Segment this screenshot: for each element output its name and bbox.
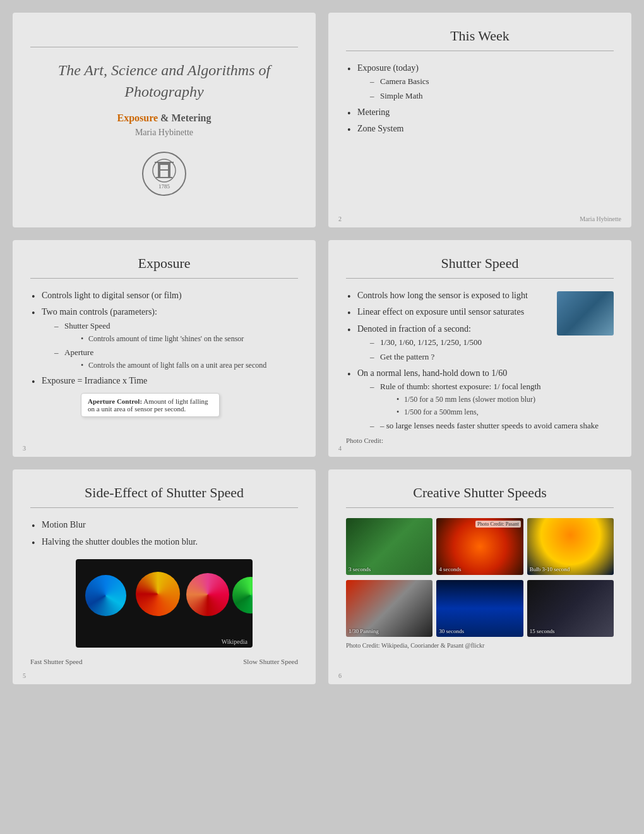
sub-item: Camera Basics <box>370 75 614 88</box>
logo-year: 1785 <box>158 183 170 190</box>
wikipedia-label: Wikipedia <box>222 638 247 645</box>
slide-author: Maria Hybinette <box>580 215 621 222</box>
sub-list: Camera Basics Simple Math <box>357 75 614 103</box>
logo-icon <box>152 158 177 183</box>
sub-list: Rule of thumb: shortest exposure: 1/ foc… <box>357 380 614 433</box>
sub-sub-item: Controls amount of time light 'shines' o… <box>80 333 298 345</box>
motion-blur-image: Wikipedia <box>76 559 253 648</box>
svg-rect-4 <box>158 169 170 171</box>
main-title: The Art, Science and Algorithms of Photo… <box>30 60 298 102</box>
item-text: Exposure (today) <box>357 63 419 73</box>
sub-list: 1/30, 1/60, 1/125, 1/250, 1/500 Get the … <box>357 336 614 364</box>
slide5-title: Side-Effect of Shutter Speed <box>30 485 298 501</box>
list-item: Metering <box>346 106 614 119</box>
slide6-title: Creative Shutter Speeds <box>346 485 614 501</box>
photo-credit-badge: Photo Credit: Pasant <box>475 521 521 528</box>
photo-label: 4 seconds <box>439 566 461 572</box>
photo-cell: 3 seconds <box>346 518 432 575</box>
highlight-text: Exposure <box>117 112 158 123</box>
sub-sub-list: 1/50 for a 50 mm lens (slower motion blu… <box>380 394 614 418</box>
logo: 1785 <box>142 152 186 196</box>
photo-cell: 15 seconds <box>527 580 614 637</box>
photo-label: 1/30 Panning <box>349 628 379 634</box>
pinwheel-1 <box>85 575 126 616</box>
photo-cell: 1/30 Panning <box>346 580 432 637</box>
sub-sub-item: 1/500 for a 500mm lens, <box>395 406 614 418</box>
sub-item: Aperture Controls the amount of light fa… <box>54 346 298 372</box>
author-name: Maria Hybinette <box>135 128 193 138</box>
sub-item: – so large lenses needs faster shutter s… <box>370 420 614 433</box>
tooltip-title: Aperture Control: <box>88 397 142 405</box>
this-week-list: Exposure (today) Camera Basics Simple Ma… <box>346 61 614 136</box>
list-item: Linear effect on exposure until sensor s… <box>346 305 614 319</box>
list-item: Zone System <box>346 122 614 136</box>
photo-cell: 4 seconds Photo Credit: Pasant <box>436 518 523 575</box>
sub-item: Simple Math <box>370 90 614 103</box>
photo-label: Bulb 3-10 second <box>530 566 570 572</box>
footer-left: Fast Shutter Speed <box>30 658 83 665</box>
sub-item: Shutter Speed Controls amount of time li… <box>54 320 298 345</box>
photo-label: 3 seconds <box>349 566 371 572</box>
sub-item: Get the pattern ? <box>370 351 614 364</box>
list-item: Two main controls (parameters): Shutter … <box>30 305 298 371</box>
pinwheel-3 <box>186 573 229 616</box>
exposure-list: Controls light to digital sensor (or fil… <box>30 289 298 388</box>
slide3-title: Exposure <box>30 255 298 272</box>
photo-grid-top: 3 seconds 4 seconds Photo Credit: Pasant… <box>346 518 614 575</box>
slide-number: 4 <box>338 445 342 452</box>
photo-cell: 30 seconds <box>436 580 523 637</box>
sub-sub-list: Controls the amount of light falls on a … <box>64 360 298 372</box>
slide-title: The Art, Science and Algorithms of Photo… <box>13 13 316 227</box>
sub-item: Rule of thumb: shortest exposure: 1/ foc… <box>370 380 614 418</box>
list-item: On a normal lens, hand-hold down to 1/60… <box>346 366 614 433</box>
tooltip: Aperture Control: Amount of light fallin… <box>81 393 220 417</box>
motion-blur-text: Motion Blur <box>42 520 86 529</box>
list-item: Controls light to digital sensor (or fil… <box>30 289 298 303</box>
footer-right: Slow Shutter Speed <box>243 658 298 665</box>
list-item: Exposure = Irradiance x Time <box>30 374 298 388</box>
svg-rect-3 <box>158 163 170 165</box>
photo-grid-bottom: 1/30 Panning 30 seconds 15 seconds <box>346 580 614 637</box>
list-item: Denoted in fraction of a second: 1/30, 1… <box>346 322 614 364</box>
slide4-title: Shutter Speed <box>346 255 614 272</box>
sub-sub-list: Controls amount of time light 'shines' o… <box>64 333 298 345</box>
side-effect-list: Motion Blur Halving the shutter doubles … <box>30 518 298 549</box>
slide-side-effect: Side-Effect of Shutter Speed Motion Blur… <box>13 469 316 684</box>
slide-number: 2 <box>338 215 342 222</box>
photo-cell: Bulb 3-10 second <box>527 518 614 575</box>
photo-label: 30 seconds <box>439 628 464 634</box>
slide-footer: Fast Shutter Speed Slow Shutter Speed <box>30 658 298 665</box>
sub-sub-item: Controls the amount of light falls on a … <box>80 360 298 372</box>
sub-item: 1/30, 1/60, 1/125, 1/250, 1/500 <box>370 336 614 349</box>
subtitle-rest: & Metering <box>158 112 211 123</box>
pinwheel-4 <box>232 577 253 613</box>
photo-credit-bottom: Photo Credit: Wikipedia, Cooriander & Pa… <box>346 642 614 649</box>
sub-list: Shutter Speed Controls amount of time li… <box>42 320 298 372</box>
list-item: Halving the shutter doubles the motion b… <box>30 535 298 549</box>
slide2-title: This Week <box>346 28 614 44</box>
shutter-list: Controls how long the sensor is exposed … <box>346 289 614 433</box>
slide-number: 3 <box>23 445 26 452</box>
list-item: Controls how long the sensor is exposed … <box>346 289 614 303</box>
slide-number: 6 <box>338 672 342 679</box>
subtitle: Exposure & Metering <box>117 112 211 124</box>
list-item: Motion Blur <box>30 518 298 532</box>
svg-rect-5 <box>156 177 172 178</box>
list-item: Exposure (today) Camera Basics Simple Ma… <box>346 61 614 103</box>
slide-exposure: Exposure Controls light to digital senso… <box>13 240 316 457</box>
sub-sub-item: 1/50 for a 50 mm lens (slower motion blu… <box>395 394 614 406</box>
slide-shutter-speed: Shutter Speed Controls how long the sens… <box>328 240 631 457</box>
slide-this-week: This Week Exposure (today) Camera Basics… <box>328 13 631 227</box>
slide-number: 5 <box>23 672 26 679</box>
slide-creative-shutter: Creative Shutter Speeds 3 seconds 4 seco… <box>328 469 631 684</box>
pinwheel-2 <box>136 572 180 616</box>
svg-rect-6 <box>155 162 174 163</box>
photo-label: 15 seconds <box>530 628 555 634</box>
photo-credit: Photo Credit: <box>346 437 614 444</box>
